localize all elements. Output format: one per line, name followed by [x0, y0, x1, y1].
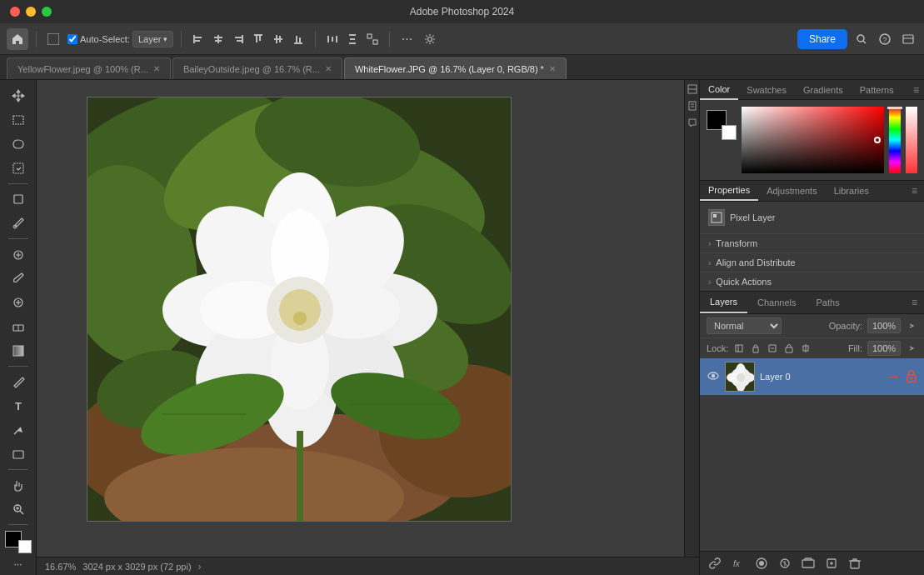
align-bottom-icon[interactable] — [289, 30, 307, 48]
settings-icon[interactable] — [421, 30, 439, 48]
tab-gradients[interactable]: Gradients — [795, 81, 852, 99]
align-right-icon[interactable] — [229, 30, 247, 48]
tab-layers[interactable]: Layers — [700, 292, 747, 313]
tab-baileyoutside[interactable]: BaileyOutside.jpeg @ 16.7% (R... ✕ — [172, 58, 342, 79]
align-top-icon[interactable] — [249, 30, 267, 48]
tab-properties[interactable]: Properties — [700, 181, 758, 201]
tab-paths[interactable]: Paths — [807, 292, 850, 312]
tab-patterns[interactable]: Patterns — [852, 81, 902, 99]
link-layers-icon[interactable] — [707, 555, 723, 572]
layer-row[interactable]: Layer 0 → — [700, 358, 924, 395]
blend-mode-select[interactable]: Normal — [707, 318, 782, 334]
canvas-image[interactable] — [87, 97, 512, 522]
pen-tool-icon[interactable] — [7, 371, 30, 393]
distribute-h-icon[interactable] — [323, 30, 342, 48]
fx-icon[interactable]: fx — [730, 555, 747, 572]
color-panel-menu[interactable]: ≡ — [908, 81, 924, 99]
tab-yellowflower[interactable]: YellowFlower.jpeg @ 100% (R... ✕ — [7, 58, 171, 79]
properties-menu[interactable]: ≡ — [905, 182, 924, 200]
new-layer-icon[interactable] — [823, 555, 840, 572]
eyedropper-tool-icon[interactable] — [7, 212, 30, 235]
lasso-tool-icon[interactable] — [7, 132, 30, 155]
canvas-info-icon[interactable] — [687, 100, 698, 112]
fill-label: Fill: — [848, 343, 862, 353]
arrange-layers-icon[interactable] — [687, 83, 698, 95]
adjustment-layer-icon[interactable] — [777, 555, 793, 572]
align-distribute-section[interactable]: › Align and Distribute — [700, 252, 924, 272]
layer-thumbnail[interactable] — [725, 362, 755, 392]
tab-close-icon[interactable]: ✕ — [153, 64, 160, 73]
color-editor — [700, 100, 924, 180]
traffic-lights — [10, 7, 52, 17]
maximize-button[interactable] — [42, 7, 52, 17]
zoom-tool-icon[interactable] — [7, 498, 30, 521]
layers-menu[interactable]: ≡ — [905, 293, 924, 312]
eraser-tool-icon[interactable] — [7, 316, 30, 338]
move-tool-icon[interactable] — [7, 85, 30, 108]
canvas-dimensions-arrow[interactable]: › — [198, 561, 202, 572]
home-button[interactable] — [7, 28, 28, 50]
minimize-button[interactable] — [26, 7, 36, 17]
help-icon[interactable]: ? — [876, 30, 894, 48]
layers-spacer — [700, 395, 924, 551]
text-tool-icon[interactable]: T — [7, 395, 30, 418]
hand-tool-icon[interactable] — [7, 474, 30, 497]
arrange-icon[interactable] — [363, 30, 382, 48]
tab-color[interactable]: Color — [700, 80, 738, 100]
more-options-icon[interactable]: ··· — [397, 30, 416, 48]
svg-rect-6 — [215, 40, 222, 42]
gradient-tool-icon[interactable] — [7, 339, 30, 362]
path-select-tool-icon[interactable] — [7, 418, 30, 441]
fill-stepper-icon[interactable] — [906, 342, 917, 354]
lock-artboard-icon[interactable] — [767, 342, 778, 354]
alpha-slider[interactable] — [906, 107, 917, 173]
group-layers-icon[interactable] — [800, 555, 817, 572]
workspace-icon[interactable] — [899, 30, 917, 48]
canvas-comment-icon[interactable] — [687, 117, 698, 128]
brush-tool-icon[interactable] — [7, 268, 30, 290]
background-color[interactable] — [18, 540, 32, 553]
add-mask-icon[interactable] — [753, 555, 770, 572]
hue-slider[interactable] — [889, 107, 901, 173]
lock-extra-icon[interactable] — [800, 342, 812, 354]
object-select-tool-icon[interactable] — [7, 157, 30, 179]
select-rect-tool-icon[interactable] — [7, 109, 30, 132]
transform-section[interactable]: › Transform — [700, 233, 924, 252]
tab-adjustments[interactable]: Adjustments — [758, 182, 826, 200]
crop-tool-icon[interactable] — [7, 188, 30, 211]
spot-heal-tool-icon[interactable] — [7, 243, 30, 266]
canvas-area[interactable]: 16.67% 3024 px x 3029 px (72 ppi) › — [37, 80, 699, 575]
color-gradient-picker[interactable] — [742, 107, 884, 173]
layers-controls: Normal Opacity: — [700, 314, 924, 338]
distribute-v-icon[interactable] — [343, 30, 362, 48]
delete-layer-icon[interactable] — [847, 555, 863, 572]
dots-more-icon[interactable]: ··· — [13, 558, 22, 570]
search-icon[interactable] — [852, 30, 871, 48]
lock-position-icon[interactable] — [750, 342, 762, 354]
opacity-input[interactable] — [867, 318, 901, 333]
share-button[interactable]: Share — [797, 29, 847, 49]
fill-input[interactable] — [867, 341, 901, 356]
opacity-stepper-icon[interactable] — [906, 320, 917, 332]
tab-whiteflower[interactable]: WhiteFlower.JPG @ 16.7% (Layer 0, RGB/8)… — [344, 58, 567, 79]
quick-actions-section[interactable]: › Quick Actions — [700, 272, 924, 291]
lock-pixels-icon[interactable] — [733, 342, 745, 354]
layer-dropdown[interactable]: Layer ▾ — [132, 31, 174, 48]
align-left-icon[interactable] — [189, 30, 207, 48]
lock-all-icon[interactable] — [783, 342, 795, 354]
tab-close-icon[interactable]: ✕ — [325, 64, 332, 73]
align-center-icon[interactable] — [209, 30, 227, 48]
fg-bg-color-box[interactable] — [5, 531, 32, 553]
tab-close-icon[interactable]: ✕ — [549, 64, 556, 73]
auto-select-checkbox[interactable] — [67, 34, 77, 44]
clone-stamp-tool-icon[interactable] — [7, 292, 30, 314]
layer-lock-icon[interactable] — [906, 369, 917, 385]
background-swatch[interactable] — [722, 125, 737, 140]
tab-channels[interactable]: Channels — [747, 292, 806, 312]
close-button[interactable] — [10, 7, 20, 17]
tab-swatches[interactable]: Swatches — [738, 81, 795, 99]
tab-libraries[interactable]: Libraries — [826, 182, 877, 200]
align-middle-icon[interactable] — [269, 30, 287, 48]
shape-tool-icon[interactable] — [7, 442, 30, 465]
layer-visibility-icon[interactable] — [707, 369, 720, 385]
